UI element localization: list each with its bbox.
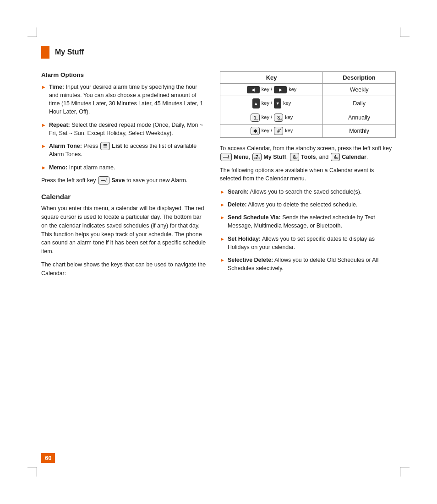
bullet-delete: ► Delete: Allows you to delete the selec… [220, 201, 396, 209]
bullet-arrow-icon: ► [220, 189, 225, 196]
bullet-set-holiday-text: Set Holiday: Allows you to set specific … [228, 235, 396, 251]
key-hash-icon: #▲ [274, 127, 283, 135]
bullet-arrow-icon: ► [41, 143, 46, 150]
key-3-icon: 3def [274, 114, 283, 122]
bullet-memo: ► Memo: Input alarm name. [41, 163, 206, 172]
bullet-repeat: ► Repeat: Select the desired repeat mode… [41, 121, 206, 137]
border-mark-top-right2 [400, 37, 410, 37]
table-cell-key-daily: key / key [220, 96, 323, 111]
table-cell-desc-monthly: Monthly [323, 125, 396, 138]
up-arrow-key-icon [252, 98, 260, 108]
bullet-arrow-icon: ► [41, 122, 46, 129]
key-8-icon: 8tuv [290, 153, 299, 161]
menu-key-icon: ☰ [100, 142, 110, 150]
border-mark-top-right [400, 27, 400, 37]
table-cell-key-annually: 1∞ key / 3def key [220, 111, 323, 125]
bullet-memo-text: Memo: Input alarm name. [49, 163, 115, 172]
key-7-icon: 7pqrs [252, 153, 262, 161]
page-number: 60 [41, 453, 55, 463]
table-cell-desc-annually: Annually [323, 111, 396, 125]
bullet-arrow-icon: ► [220, 214, 225, 222]
bullet-time-text: Time: Input your desired alarm time by s… [49, 83, 206, 116]
bullet-selective-delete: ► Selective Delete: Allows you to delete… [220, 256, 396, 272]
calendar-heading: Calendar [41, 193, 206, 201]
calendar-access-text: To access Calendar, from the standby scr… [220, 144, 396, 162]
save-text: Press the left soft key —/ Save to save … [41, 176, 206, 185]
table-cell-desc-weekly: Weekly [323, 84, 396, 96]
navigation-table: Key Description key / key Weekly [220, 71, 396, 138]
table-cell-key-monthly: ✱+ key / #▲ key [220, 125, 323, 138]
table-header-description: Description [323, 72, 396, 84]
calendar-section: Calendar When you enter this menu, a cal… [41, 193, 206, 277]
bullet-send-schedule-text: Send Schedule Via: Sends the selected sc… [228, 213, 396, 230]
page-num-box: 60 [41, 453, 55, 463]
alarm-options-heading: Alarm Options [41, 71, 206, 78]
page-header: My Stuff [41, 46, 396, 59]
save-key-icon: —/ [98, 176, 109, 184]
border-mark-bottom-left2 [27, 467, 37, 467]
calendar-chart-intro: The chart below shows the keys that can … [41, 260, 206, 278]
alarm-options-section: Alarm Options ► Time: Input your desired… [41, 71, 206, 184]
right-column: Key Description key / key Weekly [220, 71, 396, 282]
bullet-alarm-tone: ► Alarm Tone: Press ☰ List to access the… [41, 142, 206, 159]
bullet-arrow-icon: ► [220, 257, 225, 264]
bullet-arrow-icon: ► [41, 164, 46, 172]
options-intro-text: The following options are available when… [220, 166, 396, 184]
bullet-send-schedule: ► Send Schedule Via: Sends the selected … [220, 213, 396, 230]
page-content: My Stuff Alarm Options ► Time: Input you… [41, 46, 396, 463]
right-arrow-key-icon [274, 86, 287, 93]
bullet-delete-text: Delete: Allows you to delete the selecte… [228, 201, 358, 209]
border-mark-top-left [37, 27, 37, 37]
left-arrow-key-icon [247, 86, 260, 93]
key-star-icon: ✱+ [251, 127, 260, 135]
bullet-selective-delete-text: Selective Delete: Allows you to delete O… [228, 256, 396, 272]
table-row: 1∞ key / 3def key Annually [220, 111, 396, 125]
two-column-layout: Alarm Options ► Time: Input your desired… [41, 71, 396, 282]
bullet-arrow-icon: ► [220, 236, 225, 243]
left-softkey-icon: —/ [220, 153, 232, 161]
border-mark-bottom-right [400, 467, 400, 477]
calendar-body: When you enter this menu, a calendar wil… [41, 204, 206, 256]
border-mark-bottom-left [37, 467, 37, 477]
table-cell-key-weekly: key / key [220, 84, 323, 96]
table-row: key / key Daily [220, 96, 396, 111]
table-row: key / key Weekly [220, 84, 396, 96]
border-mark-top-left2 [27, 37, 37, 37]
border-mark-bottom-right2 [400, 467, 410, 467]
table-row: ✱+ key / #▲ key Monthly [220, 125, 396, 138]
bullet-search-text: Search: Allows you to search the saved s… [228, 188, 362, 196]
down-arrow-key-icon [274, 98, 281, 108]
left-column: Alarm Options ► Time: Input your desired… [41, 71, 206, 282]
bullet-arrow-icon: ► [41, 84, 46, 91]
bullet-repeat-text: Repeat: Select the desired repeat mode (… [49, 121, 206, 137]
bullet-set-holiday: ► Set Holiday: Allows you to set specifi… [220, 235, 396, 251]
table-cell-desc-daily: Daily [323, 96, 396, 111]
bullet-search: ► Search: Allows you to search the saved… [220, 188, 396, 196]
table-header-key: Key [220, 72, 323, 84]
key-4-icon: 4ghi [331, 153, 340, 161]
bullet-time: ► Time: Input your desired alarm time by… [41, 83, 206, 116]
bullet-alarm-tone-text: Alarm Tone: Press ☰ List to access the l… [49, 142, 206, 159]
key-1-icon: 1∞ [251, 114, 260, 122]
bullet-arrow-icon: ► [220, 201, 225, 209]
page-title: My Stuff [55, 48, 84, 56]
orange-bar-icon [41, 46, 49, 59]
